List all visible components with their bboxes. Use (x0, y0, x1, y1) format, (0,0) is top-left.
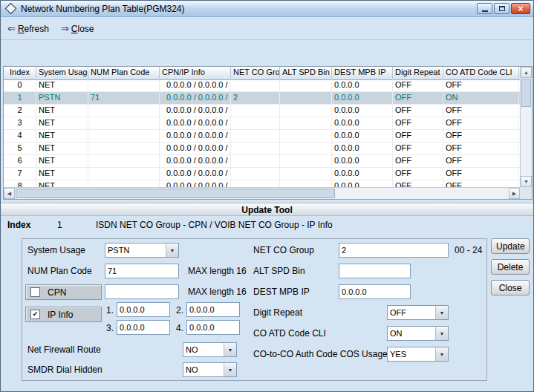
cpn-input[interactable] (105, 284, 179, 299)
cell-num-plan-code (88, 180, 160, 187)
form-close-button[interactable]: Close (491, 280, 530, 295)
close-button[interactable]: × (511, 3, 530, 14)
smdr-dial-hidden-select[interactable]: NO ▼ (183, 362, 237, 377)
cell-alt-spd-bin (280, 117, 332, 129)
dropdown-arrow-icon[interactable]: ▼ (435, 347, 448, 361)
toolbar-close-button[interactable]: ⇒ Close (61, 24, 94, 34)
horizontal-scrollbar[interactable]: ◀ ▶ (4, 187, 520, 199)
table-row[interactable]: 4NET0.0.0.0 / 0.0.0.0 /0.0.0.0OFFOFF (4, 130, 520, 143)
close-arrow-icon: ⇒ (61, 24, 69, 33)
cell-system-usage: NET (36, 105, 88, 117)
cell-alt-spd-bin (280, 92, 332, 104)
vertical-scrollbar[interactable]: ▲ ▼ (520, 67, 532, 187)
smdr-dial-hidden-label: SMDR Dial Hidden (27, 365, 102, 375)
table-row[interactable]: 8NET0.0.0.0 / 0.0.0.0 /0.0.0.0OFFOFF (4, 180, 520, 187)
title-bar[interactable]: Network Numbering Plan Table(PGM324) × (1, 1, 533, 17)
table-row[interactable]: 5NET0.0.0.0 / 0.0.0.0 /0.0.0.0OFFOFF (4, 143, 520, 155)
ip4-input[interactable] (186, 320, 240, 335)
table-row[interactable]: 6NET0.0.0.0 / 0.0.0.0 /0.0.0.0OFFOFF (4, 155, 520, 168)
cell-system-usage: NET (36, 180, 88, 187)
cell-index: 2 (4, 105, 36, 117)
scroll-right-button[interactable]: ▶ (509, 188, 520, 199)
table-row[interactable]: 3NET0.0.0.0 / 0.0.0.0 /0.0.0.0OFFOFF (4, 117, 520, 130)
cell-net-co-group (231, 130, 280, 142)
num-plan-code-input[interactable] (105, 264, 179, 278)
column-header-dest-mpb-ip[interactable]: DEST MPB IP (332, 67, 393, 79)
cell-net-co-group: 2 (231, 92, 280, 104)
ip1-input[interactable] (117, 302, 170, 317)
cell-system-usage: NET (36, 143, 88, 154)
dropdown-arrow-icon[interactable]: ▼ (435, 306, 448, 319)
table-row[interactable]: 2NET0.0.0.0 / 0.0.0.0 /0.0.0.0OFFOFF (4, 105, 520, 117)
ip2-input[interactable] (186, 302, 240, 317)
ip2-number-label: 2. (176, 305, 183, 316)
column-header-system-usage[interactable]: System Usage (36, 67, 88, 79)
column-header-alt-spd-bin[interactable]: ALT SPD Bin (280, 67, 332, 79)
refresh-button[interactable]: ⇐ Refresh (7, 24, 49, 34)
table-row[interactable]: 1PSTN710.0.0.0 / 0.0.0.0 /20.0.0.0OFFON (4, 92, 520, 105)
table-row[interactable]: 7NET0.0.0.0 / 0.0.0.0 /0.0.0.0OFFOFF (4, 168, 520, 180)
dest-mpb-ip-input[interactable] (339, 284, 411, 299)
column-header-cpn-ip-info[interactable]: CPN/IP Info (160, 67, 231, 79)
cell-dest-mpb-ip: 0.0.0.0 (332, 130, 393, 142)
delete-button[interactable]: Delete (491, 259, 530, 275)
co-to-co-auth-select[interactable]: YES ▼ (387, 347, 449, 362)
dropdown-arrow-icon[interactable]: ▼ (166, 244, 178, 257)
cell-num-plan-code (88, 143, 160, 154)
cell-dest-mpb-ip: 0.0.0.0 (332, 180, 393, 187)
cell-system-usage: NET (36, 130, 88, 142)
cpn-label: CPN (48, 287, 66, 298)
ip-info-toggle[interactable]: IP Info (25, 307, 102, 322)
update-button[interactable]: Update (491, 238, 530, 254)
cell-index: 3 (4, 117, 36, 129)
cell-digit-repeat: OFF (393, 155, 443, 167)
table-header-row: IndexSystem UsageNUM Plan CodeCPN/IP Inf… (4, 67, 520, 80)
smdr-dial-hidden-value: NO (183, 365, 224, 374)
cpn-toggle[interactable]: CPN (25, 284, 102, 300)
horizontal-scroll-thumb[interactable] (16, 189, 335, 198)
window-controls: × (477, 3, 530, 14)
cell-digit-repeat: OFF (393, 117, 443, 129)
cell-num-plan-code (88, 79, 160, 91)
cell-num-plan-code (88, 105, 160, 117)
net-co-group-label: NET CO Group (253, 245, 314, 255)
scroll-up-button[interactable]: ▲ (521, 67, 532, 78)
cell-co-atd-code-cli: OFF (443, 117, 519, 129)
dropdown-arrow-icon[interactable]: ▼ (435, 327, 448, 340)
dropdown-arrow-icon[interactable]: ▼ (224, 363, 236, 376)
cell-cpn-ip-info: 0.0.0.0 / 0.0.0.0 / (160, 180, 231, 187)
system-usage-label: System Usage (27, 245, 85, 255)
cell-net-co-group (231, 117, 280, 129)
table-row[interactable]: 0NET0.0.0.0 / 0.0.0.0 /0.0.0.0OFFOFF (4, 79, 520, 92)
cell-num-plan-code: 71 (88, 92, 160, 104)
cpn-checkbox[interactable] (30, 287, 40, 297)
num-plan-code-label: NUM Plan Code (27, 266, 92, 276)
system-usage-value: PSTN (105, 246, 166, 255)
minimize-button[interactable] (477, 3, 492, 14)
co-atd-code-cli-select[interactable]: ON ▼ (387, 326, 449, 341)
column-header-digit-repeat[interactable]: Digit Repeat (393, 67, 443, 79)
cell-cpn-ip-info: 0.0.0.0 / 0.0.0.0 / (160, 79, 231, 91)
co-atd-code-cli-value: ON (388, 329, 435, 338)
alt-spd-bin-input[interactable] (339, 264, 411, 278)
cell-digit-repeat: OFF (393, 180, 443, 187)
cell-system-usage: NET (36, 168, 88, 180)
system-usage-select[interactable]: PSTN ▼ (105, 243, 179, 258)
vertical-scroll-thumb[interactable] (521, 79, 531, 107)
maximize-button[interactable] (494, 3, 509, 14)
cell-digit-repeat: OFF (393, 92, 443, 104)
net-co-group-input[interactable] (339, 243, 449, 258)
scroll-left-button[interactable]: ◀ (4, 188, 15, 199)
cell-digit-repeat: OFF (393, 79, 443, 91)
column-header-num-plan-code[interactable]: NUM Plan Code (88, 67, 160, 79)
digit-repeat-select[interactable]: OFF ▼ (387, 305, 449, 320)
cell-system-usage: NET (36, 79, 88, 91)
scroll-down-button[interactable]: ▼ (521, 176, 532, 187)
column-header-net-co-group[interactable]: NET CO Group (231, 67, 280, 79)
ip3-input[interactable] (117, 320, 170, 335)
ip-info-checkbox[interactable] (30, 310, 40, 319)
column-header-index[interactable]: Index (4, 67, 36, 79)
column-header-co-atd-code-cli[interactable]: CO ATD Code CLI (443, 67, 519, 79)
net-firewall-route-select[interactable]: NO ▼ (183, 342, 237, 357)
dropdown-arrow-icon[interactable]: ▼ (224, 343, 236, 356)
